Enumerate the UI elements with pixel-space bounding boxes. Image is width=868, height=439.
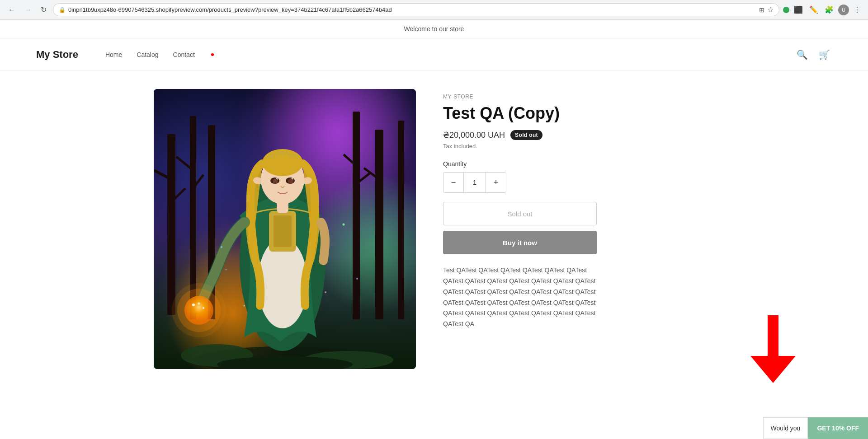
svg-point-35 <box>172 283 226 337</box>
browser-chrome: ← → ↻ 🔒 0inpn1tb9uxpz48o-69907546325.sho… <box>0 0 868 20</box>
svg-point-41 <box>325 291 326 293</box>
nav-home[interactable]: Home <box>105 51 122 58</box>
forward-button[interactable]: → <box>22 4 34 16</box>
profile-avatar[interactable]: U <box>838 5 849 15</box>
svg-rect-10 <box>353 112 360 319</box>
svg-point-31 <box>273 178 278 184</box>
svg-point-26 <box>292 156 294 159</box>
svg-point-37 <box>203 307 204 309</box>
store-logo[interactable]: My Store <box>36 49 78 61</box>
svg-rect-20 <box>274 215 292 247</box>
product-image-container <box>154 89 416 369</box>
extensions-button[interactable]: ⬛ <box>792 4 805 16</box>
tax-included: Tax included. <box>443 143 714 149</box>
translate-icon: ⊞ <box>759 6 764 14</box>
svg-rect-48 <box>768 315 778 356</box>
svg-point-38 <box>198 303 200 305</box>
lock-icon: 🔒 <box>59 7 66 13</box>
product-page: MY STORE Test QA (Copy) ₴20,000.00 UAH S… <box>118 71 750 387</box>
product-description: Test QATest QATest QATest QATest QATest … <box>443 265 597 330</box>
svg-point-24 <box>280 151 285 156</box>
svg-point-25 <box>271 156 274 159</box>
red-arrow-overlay <box>750 315 796 385</box>
cart-button[interactable]: 🛒 <box>817 47 832 62</box>
store-nav: Home Catalog Contact <box>105 51 795 58</box>
url-text: 0inpn1tb9uxpz48o-69907546325.shopifyprev… <box>68 6 756 13</box>
quantity-control: − 1 + <box>443 172 506 193</box>
svg-rect-3 <box>167 134 175 315</box>
banner-text: Welcome to our store <box>404 25 464 33</box>
address-bar[interactable]: 🔒 0inpn1tb9uxpz48o-69907546325.shopifypr… <box>53 3 779 16</box>
product-vendor: MY STORE <box>443 93 714 100</box>
svg-rect-11 <box>375 130 383 319</box>
store-header: My Store Home Catalog Contact 🔍 🛒 <box>0 38 868 71</box>
header-actions: 🔍 🛒 <box>795 47 832 62</box>
svg-point-36 <box>192 304 195 306</box>
search-button[interactable]: 🔍 <box>795 47 810 62</box>
quantity-decrease-button[interactable]: − <box>443 173 463 192</box>
svg-point-40 <box>343 224 345 226</box>
product-title: Test QA (Copy) <box>443 103 714 123</box>
more-menu-button[interactable]: ⋮ <box>852 4 863 16</box>
svg-point-39 <box>221 246 222 248</box>
quantity-increase-button[interactable]: + <box>486 173 506 192</box>
product-image <box>154 89 416 369</box>
quantity-label: Quantity <box>443 160 714 168</box>
back-button[interactable]: ← <box>5 4 18 16</box>
svg-point-43 <box>356 278 358 280</box>
svg-point-32 <box>288 178 293 184</box>
pen-icon[interactable]: ✏️ <box>807 4 820 16</box>
product-price-row: ₴20,000.00 UAH Sold out <box>443 130 714 140</box>
svg-point-44 <box>226 269 227 271</box>
product-details: MY STORE Test QA (Copy) ₴20,000.00 UAH S… <box>443 89 714 369</box>
product-price: ₴20,000.00 UAH <box>443 130 505 140</box>
red-arrow-svg <box>750 315 796 383</box>
puzzle-icon[interactable]: 🧩 <box>823 4 835 16</box>
reload-button[interactable]: ↻ <box>38 4 49 16</box>
browser-actions: ⬛ ✏️ 🧩 U ⋮ <box>783 4 863 16</box>
store-banner: Welcome to our store <box>0 20 868 38</box>
sold-out-button: Sold out <box>443 202 597 225</box>
quantity-value: 1 <box>463 173 486 192</box>
sold-out-badge: Sold out <box>510 130 542 140</box>
svg-point-42 <box>244 305 245 307</box>
nav-contact[interactable]: Contact <box>173 51 195 58</box>
product-image-svg <box>154 89 416 369</box>
star-icon: ☆ <box>767 5 774 14</box>
product-image-inner <box>154 89 416 369</box>
green-indicator <box>783 7 789 13</box>
svg-rect-12 <box>398 121 404 319</box>
nav-red-dot <box>211 53 214 56</box>
nav-catalog[interactable]: Catalog <box>137 51 158 58</box>
svg-marker-49 <box>750 356 796 383</box>
buy-now-button[interactable]: Buy it now <box>443 231 597 254</box>
